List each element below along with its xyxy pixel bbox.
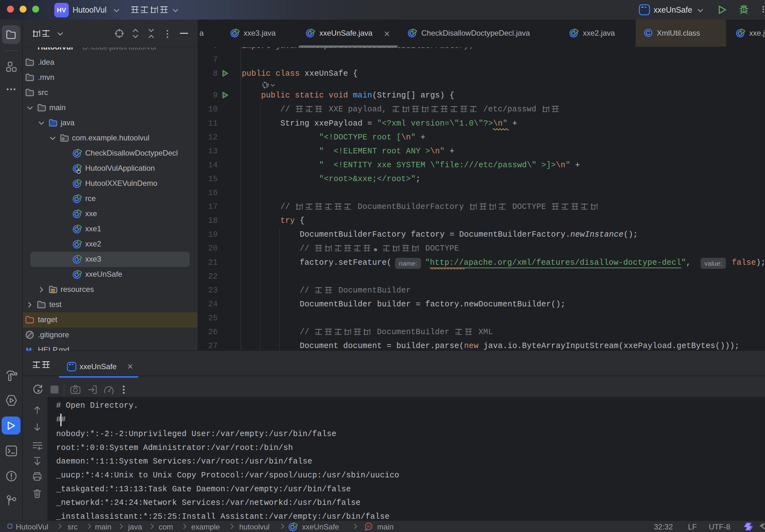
svg-text:m: m [367, 524, 371, 529]
